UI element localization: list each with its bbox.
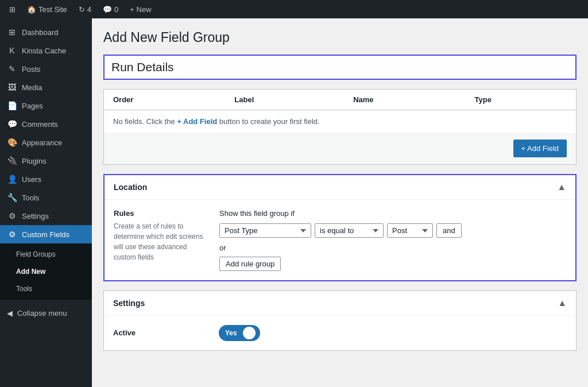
home-icon: 🏠 xyxy=(27,5,36,14)
condition-select[interactable]: is equal to xyxy=(315,223,384,238)
location-title: Location xyxy=(114,183,147,192)
rules-title: Rules xyxy=(114,209,206,218)
active-toggle[interactable]: Yes xyxy=(219,325,260,341)
users-icon: 👤 xyxy=(7,175,17,184)
admin-bar-updates[interactable]: ↻ 4 xyxy=(74,0,96,18)
no-fields-text: No fields. Click the xyxy=(113,117,177,126)
tools-icon: 🔧 xyxy=(7,193,17,202)
field-groups-label: Field Groups xyxy=(16,250,56,258)
custom-fields-icon: ⚙ xyxy=(7,230,17,239)
sidebar-label-kinsta: Kinsta Cache xyxy=(22,47,66,55)
dashboard-icon: ⊞ xyxy=(7,28,17,37)
fields-table: Order Label Name Type No fields. Click t… xyxy=(104,90,576,164)
location-header: Location ▲ xyxy=(105,175,575,200)
sidebar-item-media[interactable]: 🖼 Media xyxy=(0,78,92,96)
wp-logo-icon: ⊞ xyxy=(9,5,16,14)
sidebar-label-pages: Pages xyxy=(22,102,43,110)
new-label: + New xyxy=(130,5,151,14)
location-rules-content: Show this field group if Post Type is eq… xyxy=(219,209,566,271)
toggle-yes-label: Yes xyxy=(220,327,242,339)
sidebar-item-comments[interactable]: 💬 Comments xyxy=(0,115,92,133)
toggle-knob xyxy=(243,327,256,339)
show-if-label: Show this field group if xyxy=(219,209,566,218)
sidebar-item-dashboard[interactable]: ⊞ Dashboard xyxy=(0,23,92,41)
sidebar-item-add-new[interactable]: Add New xyxy=(0,263,92,280)
no-fields-end: button to create your first field. xyxy=(217,117,319,126)
sidebar-label-tools: Tools xyxy=(22,194,39,202)
admin-bar-new[interactable]: + New xyxy=(125,0,156,18)
location-body: Rules Create a set of rules to determine… xyxy=(105,200,575,280)
media-icon: 🖼 xyxy=(7,83,17,92)
field-group-title-wrapper xyxy=(103,55,577,89)
sidebar-item-appearance[interactable]: 🎨 Appearance xyxy=(0,133,92,152)
sidebar-label-appearance: Appearance xyxy=(22,138,62,147)
sidebar-label-users: Users xyxy=(22,175,41,184)
sidebar-label-media: Media xyxy=(22,83,42,92)
sidebar-label-custom-fields: Custom Fields xyxy=(22,230,69,239)
col-label: Label xyxy=(225,90,344,110)
admin-bar-logo[interactable]: ⊞ xyxy=(5,0,20,18)
and-button[interactable]: and xyxy=(436,223,462,238)
add-field-button[interactable]: + Add Field xyxy=(513,140,567,157)
col-name: Name xyxy=(344,90,465,110)
sidebar-item-users[interactable]: 👤 Users xyxy=(0,170,92,188)
add-field-cell: + Add Field xyxy=(104,133,576,164)
location-panel: Location ▲ Rules Create a set of rules t… xyxy=(103,174,577,281)
settings-panel: Settings ▲ Active Yes xyxy=(103,291,577,351)
posts-icon: ✎ xyxy=(7,64,17,73)
sidebar-item-kinsta-cache[interactable]: K Kinsta Cache xyxy=(0,41,92,60)
site-name: Test Site xyxy=(38,5,67,14)
settings-icon: ⚙ xyxy=(7,211,17,220)
comments-icon: 💬 xyxy=(103,5,112,14)
field-group-title-input[interactable] xyxy=(103,55,577,80)
admin-bar-comments[interactable]: 💬 0 xyxy=(98,0,123,18)
or-text: or xyxy=(219,243,566,252)
sidebar-label-dashboard: Dashboard xyxy=(22,28,59,37)
sidebar-item-field-groups[interactable]: Field Groups xyxy=(0,246,92,263)
sidebar-item-pages[interactable]: 📄 Pages xyxy=(0,96,92,115)
settings-collapse-arrow[interactable]: ▲ xyxy=(558,298,567,308)
add-field-highlight: + Add Field xyxy=(177,117,217,126)
sidebar-footer: ◀ Collapse menu xyxy=(0,300,92,327)
sidebar-item-settings[interactable]: ⚙ Settings xyxy=(0,207,92,225)
collapse-menu-label: Collapse menu xyxy=(17,309,67,318)
sidebar-item-plugins[interactable]: 🔌 Plugins xyxy=(0,152,92,170)
comments-count: 0 xyxy=(114,5,118,14)
rules-desc: Create a set of rules to determine which… xyxy=(114,221,206,262)
add-field-row: + Add Field xyxy=(104,133,576,164)
comments-nav-icon: 💬 xyxy=(7,119,17,129)
appearance-icon: 🎨 xyxy=(7,138,17,147)
sidebar-label-comments: Comments xyxy=(22,120,58,129)
settings-body: Active Yes xyxy=(104,316,576,350)
kinsta-icon: K xyxy=(7,46,17,55)
add-rule-group-button[interactable]: Add rule group xyxy=(219,257,281,271)
post-value-select[interactable]: Post xyxy=(387,223,433,238)
post-type-select[interactable]: Post Type xyxy=(219,223,311,238)
page-title: Add New Field Group xyxy=(103,30,577,45)
sidebar-item-tools-sub[interactable]: Tools xyxy=(0,280,92,297)
sidebar-item-tools[interactable]: 🔧 Tools xyxy=(0,188,92,207)
sidebar-item-posts[interactable]: ✎ Posts xyxy=(0,60,92,78)
updates-icon: ↻ xyxy=(79,5,85,14)
settings-header: Settings ▲ xyxy=(104,291,576,316)
fields-table-panel: Order Label Name Type No fields. Click t… xyxy=(103,89,577,165)
no-fields-message: No fields. Click the + Add Field button … xyxy=(104,110,576,133)
add-rule-group-wrapper: Add rule group xyxy=(219,257,566,271)
location-collapse-arrow[interactable]: ▲ xyxy=(557,182,566,192)
sidebar: ⊞ Dashboard K Kinsta Cache ✎ Posts 🖼 Med… xyxy=(0,18,92,387)
sidebar-item-custom-fields[interactable]: ⚙ Custom Fields xyxy=(0,225,92,243)
settings-control-col: Yes xyxy=(219,325,567,341)
updates-count: 4 xyxy=(87,5,91,14)
add-new-label: Add New xyxy=(16,268,45,276)
active-label: Active xyxy=(113,325,205,341)
col-order: Order xyxy=(104,90,225,110)
custom-fields-submenu: Field Groups Add New Tools xyxy=(0,243,92,300)
collapse-menu-item[interactable]: ◀ Collapse menu xyxy=(0,304,92,322)
sidebar-label-posts: Posts xyxy=(22,65,41,73)
admin-bar-site[interactable]: 🏠 Test Site xyxy=(22,0,72,18)
no-fields-row: No fields. Click the + Add Field button … xyxy=(104,110,576,133)
tools-sub-label: Tools xyxy=(16,285,32,293)
plugins-icon: 🔌 xyxy=(7,156,17,165)
pages-icon: 📄 xyxy=(7,101,17,110)
location-rules-label: Rules Create a set of rules to determine… xyxy=(114,209,206,271)
